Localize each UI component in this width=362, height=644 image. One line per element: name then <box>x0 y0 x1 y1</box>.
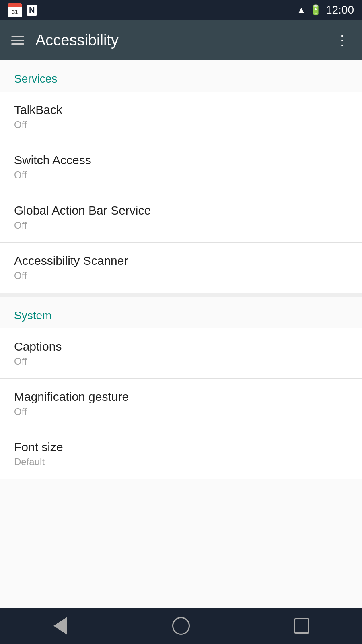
font-size-item[interactable]: Font size Default <box>0 429 362 479</box>
global-action-bar-subtitle: Off <box>14 220 348 231</box>
status-bar-right: ▲ 🔋 12:00 <box>297 4 354 17</box>
toolbar-left: Accessibility <box>8 32 119 49</box>
accessibility-scanner-item[interactable]: Accessibility Scanner Off <box>0 243 362 293</box>
status-time: 12:00 <box>326 4 354 17</box>
switch-access-title: Switch Access <box>14 153 348 167</box>
nav-home-button[interactable] <box>165 614 197 638</box>
font-size-title: Font size <box>14 440 348 454</box>
switch-access-item[interactable]: Switch Access Off <box>0 142 362 192</box>
more-options-button[interactable]: ⋮ <box>331 30 354 50</box>
signal-icon: ▲ <box>297 5 306 15</box>
battery-icon: 🔋 <box>310 4 322 16</box>
captions-subtitle: Off <box>14 356 348 367</box>
captions-title: Captions <box>14 340 348 353</box>
status-bar: 31 N ▲ 🔋 12:00 <box>0 0 362 20</box>
talkback-title: TalkBack <box>14 103 348 117</box>
page-title: Accessibility <box>35 32 119 49</box>
section-spacer <box>0 293 362 297</box>
accessibility-scanner-title: Accessibility Scanner <box>14 254 348 268</box>
toolbar: Accessibility ⋮ <box>0 20 362 60</box>
talkback-subtitle: Off <box>14 119 348 130</box>
home-icon <box>172 617 190 635</box>
hamburger-line-2 <box>11 40 24 41</box>
calendar-icon: 31 <box>8 3 22 17</box>
services-section-header: Services <box>0 60 362 92</box>
magnification-gesture-subtitle: Off <box>14 406 348 417</box>
hamburger-line-3 <box>11 43 24 45</box>
switch-access-subtitle: Off <box>14 169 348 181</box>
font-size-subtitle: Default <box>14 456 348 468</box>
nav-back-button[interactable] <box>44 614 76 638</box>
recents-icon <box>294 618 309 634</box>
hamburger-menu-button[interactable] <box>8 33 27 48</box>
talkback-item[interactable]: TalkBack Off <box>0 92 362 142</box>
hamburger-line-1 <box>11 36 24 37</box>
accessibility-scanner-subtitle: Off <box>14 270 348 281</box>
back-icon <box>53 617 67 635</box>
content-area: Services TalkBack Off Switch Access Off … <box>0 60 362 608</box>
notification-icon: N <box>27 5 37 16</box>
nav-recents-button[interactable] <box>286 614 318 638</box>
magnification-gesture-title: Magnification gesture <box>14 390 348 404</box>
status-bar-left: 31 N <box>8 3 37 17</box>
bottom-navigation <box>0 608 362 644</box>
captions-item[interactable]: Captions Off <box>0 328 362 379</box>
system-section-header: System <box>0 297 362 328</box>
magnification-gesture-item[interactable]: Magnification gesture Off <box>0 379 362 429</box>
global-action-bar-item[interactable]: Global Action Bar Service Off <box>0 192 362 243</box>
global-action-bar-title: Global Action Bar Service <box>14 204 348 217</box>
